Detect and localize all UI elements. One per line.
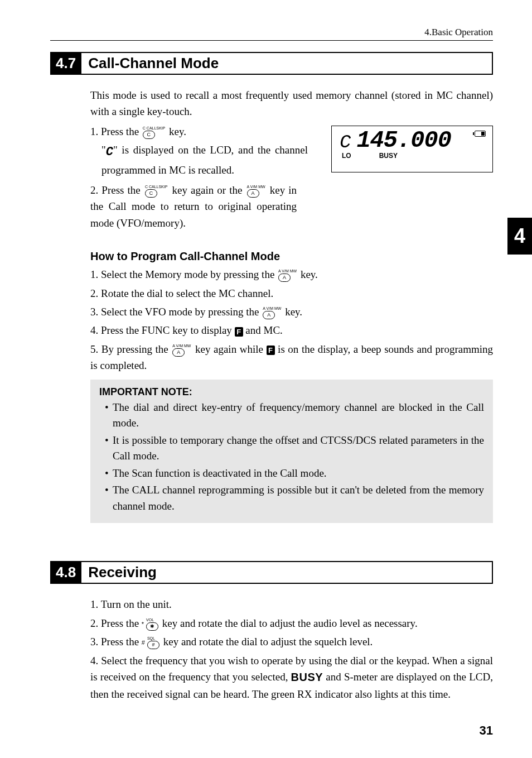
section-title: Call-Channel Mode xyxy=(81,53,225,74)
section-title: Receiving xyxy=(81,562,163,583)
key-hash-icon: # SQL # xyxy=(142,636,161,649)
lcd-display: C 145.000 LO BUSY xyxy=(331,126,493,172)
lcd-mode-c: C xyxy=(340,129,351,152)
lcd-busy: BUSY xyxy=(379,152,398,160)
lcd-lo: LO xyxy=(342,152,351,160)
key-c-icon: C CALLSKIP C xyxy=(143,126,165,139)
f-indicator-icon: F xyxy=(235,327,243,337)
howto-step-5: 5. By pressing the A V/M MW A key again … xyxy=(90,341,493,374)
page-number: 31 xyxy=(480,723,493,738)
important-note-box: IMPORTANT NOTE: •The dial and direct key… xyxy=(90,380,493,524)
note-item: •The Scan function is deactivated in the… xyxy=(105,466,484,482)
key-c-icon: C CALLSKIP C xyxy=(145,185,167,198)
chapter-tab: 4 xyxy=(507,218,532,255)
battery-icon xyxy=(475,131,486,137)
chapter-ref: 4.Basic Operation xyxy=(424,27,493,37)
howto-step-2: 2. Rotate the dial to select the MC chan… xyxy=(90,285,493,301)
note-title: IMPORTANT NOTE: xyxy=(99,386,484,398)
recv-step-1: 1. Turn on the unit. xyxy=(90,596,493,612)
key-a-icon: A V/M MW A xyxy=(263,306,281,319)
section-number: 4.8 xyxy=(51,562,81,583)
step-1-sub: "C" is displayed on the LCD, and the cha… xyxy=(101,142,308,179)
note-item: •It is possible to temporary change the … xyxy=(105,433,484,464)
note-item: •The CALL channel reprogramming is possi… xyxy=(105,482,484,514)
c-glyph-icon: C xyxy=(106,145,113,159)
section-4-7-heading: 4.7 Call-Channel Mode xyxy=(50,52,493,75)
howto-step-1: 1. Select the Memory mode by pressing th… xyxy=(90,266,493,282)
f-indicator-icon: F xyxy=(267,346,275,355)
section-4-8-heading: 4.8 Receiving xyxy=(50,561,493,584)
howto-step-4: 4. Press the FUNC key to display F and M… xyxy=(90,322,493,338)
page-header: 4.Basic Operation xyxy=(50,27,493,41)
lcd-frequency: 145.000 xyxy=(356,131,451,152)
recv-step-4: 4. Select the frequency that you wish to… xyxy=(90,653,493,703)
howto-step-3: 3. Select the VFO mode by pressing the A… xyxy=(90,304,493,320)
step-1: 1. Press the C CALLSKIP C key. xyxy=(90,123,320,140)
step-2: 2. Press the C CALLSKIP C key again or t… xyxy=(90,182,297,231)
key-star-icon: * VOL ✱ xyxy=(142,618,159,631)
howto-heading: How to Program Call-Channel Mode xyxy=(90,250,493,263)
section-number: 4.7 xyxy=(51,53,81,74)
key-a-icon: A V/M MW A xyxy=(278,269,297,282)
key-a-icon: A V/M MW A xyxy=(247,185,265,198)
key-a-icon: A V/M MW A xyxy=(172,344,191,357)
recv-step-3: 3. Press the # SQL # key and rotate the … xyxy=(90,634,493,650)
section-4-7-intro: This mode is used to recall a most frequ… xyxy=(90,87,493,120)
recv-step-2: 2. Press the * VOL ✱ key and rotate the … xyxy=(90,615,493,631)
busy-indicator: BUSY xyxy=(291,671,323,683)
note-item: •The dial and direct key-entry of freque… xyxy=(105,400,484,431)
